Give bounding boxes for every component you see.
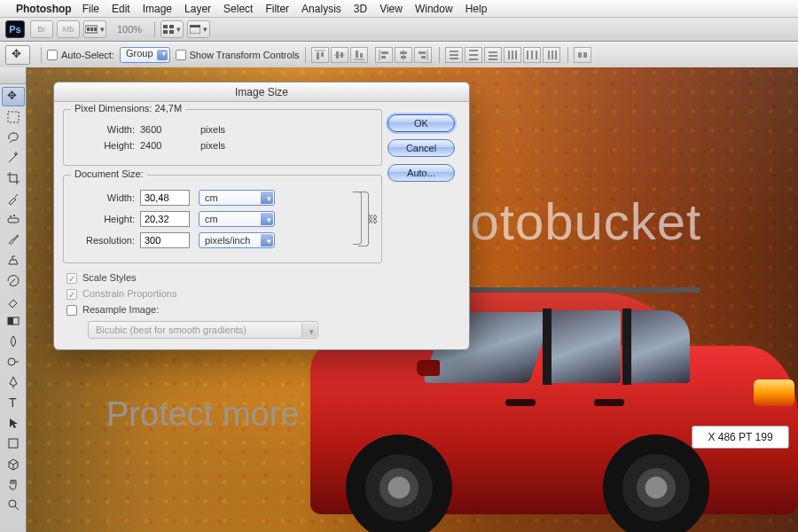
- ds-width-unit-dropdown[interactable]: cm: [199, 190, 275, 206]
- align-top-edges-button[interactable]: [311, 47, 329, 63]
- 3d-tool[interactable]: [2, 454, 25, 473]
- minibridge-button[interactable]: Mb: [57, 20, 80, 38]
- shape-tool[interactable]: [2, 434, 25, 453]
- menu-filter[interactable]: Filter: [265, 3, 289, 15]
- magic-wand-tool[interactable]: [2, 148, 25, 168]
- menu-window[interactable]: Window: [415, 3, 453, 15]
- svg-rect-23: [400, 51, 407, 54]
- svg-rect-1: [87, 27, 90, 31]
- ds-height-input[interactable]: [140, 211, 190, 227]
- menu-analysis[interactable]: Analysis: [301, 3, 341, 15]
- screen-icon: [190, 25, 200, 34]
- auto-align-button[interactable]: [574, 47, 591, 63]
- svg-rect-32: [469, 54, 478, 56]
- history-brush-tool[interactable]: [2, 270, 25, 290]
- distribute-top-button[interactable]: [445, 47, 463, 63]
- ds-height-unit-dropdown[interactable]: cm: [199, 211, 275, 227]
- menu-select[interactable]: Select: [223, 3, 253, 15]
- ps-app-bar: Ps Br Mb 100%: [0, 18, 798, 42]
- resolution-input[interactable]: [140, 232, 190, 248]
- eraser-tool[interactable]: [2, 291, 25, 310]
- resample-image-checkbox[interactable]: [66, 305, 77, 316]
- align-bottom-edges-button[interactable]: [350, 47, 368, 63]
- dodge-tool[interactable]: [2, 352, 25, 372]
- chain-icon: ⛓: [368, 214, 378, 224]
- menu-image[interactable]: Image: [143, 3, 172, 15]
- auto-select-checkbox[interactable]: [47, 50, 58, 60]
- zoom-level[interactable]: 100%: [117, 24, 142, 35]
- svg-rect-6: [163, 30, 168, 34]
- svg-rect-30: [450, 58, 458, 59]
- dialog-title: Image Size: [54, 82, 469, 102]
- menu-help[interactable]: Help: [466, 3, 488, 15]
- distribute-left-button[interactable]: [504, 47, 521, 63]
- svg-rect-33: [469, 59, 478, 60]
- cancel-button[interactable]: Cancel: [387, 139, 455, 157]
- constrain-proportions-label: Constrain Proportions: [82, 288, 176, 299]
- hand-tool[interactable]: [2, 474, 25, 494]
- svg-rect-49: [8, 218, 19, 223]
- svg-rect-31: [469, 50, 478, 51]
- zoom-tool[interactable]: [2, 495, 25, 514]
- mac-menubar: Photoshop File Edit Image Layer Select F…: [0, 0, 798, 18]
- distribute-vcenter-button[interactable]: [465, 47, 482, 63]
- arrange-documents-button[interactable]: [160, 20, 184, 38]
- distribute-bottom-button[interactable]: [484, 47, 502, 63]
- show-transform-label: Show Transform Controls: [190, 50, 300, 60]
- menu-layer[interactable]: Layer: [184, 3, 211, 15]
- type-tool[interactable]: T: [2, 393, 25, 412]
- align-hcenter-button[interactable]: [395, 47, 412, 63]
- menu-3d[interactable]: 3D: [354, 3, 367, 15]
- eyedropper-tool[interactable]: [2, 189, 25, 208]
- menu-view[interactable]: View: [379, 3, 403, 15]
- svg-rect-18: [360, 53, 363, 58]
- view-extras-button[interactable]: [83, 20, 106, 38]
- menu-file[interactable]: File: [82, 3, 99, 15]
- constrain-proportions-option[interactable]: Constrain Proportions: [66, 288, 382, 300]
- align-right-edges-button[interactable]: [414, 47, 432, 63]
- clone-stamp-tool[interactable]: [2, 250, 25, 270]
- move-tool[interactable]: [2, 87, 25, 106]
- marquee-tool[interactable]: [2, 107, 25, 127]
- svg-rect-35: [489, 55, 497, 57]
- pen-tool[interactable]: [2, 372, 25, 392]
- resolution-unit-dropdown[interactable]: pixels/inch: [199, 232, 275, 248]
- pixel-dimensions-group: Pixel Dimensions: 24,7M Width: 3600 pixe…: [63, 109, 382, 166]
- svg-rect-43: [548, 51, 550, 59]
- svg-rect-42: [536, 51, 537, 59]
- svg-rect-39: [515, 51, 517, 59]
- distribute-right-button[interactable]: [543, 47, 560, 63]
- svg-rect-17: [356, 51, 358, 58]
- gradient-tool[interactable]: [2, 311, 25, 331]
- show-transform-checkbox[interactable]: [176, 50, 186, 60]
- launch-bridge-button[interactable]: Br: [30, 20, 53, 38]
- blur-tool[interactable]: [2, 332, 25, 351]
- ok-button[interactable]: OK: [387, 114, 455, 132]
- crop-tool[interactable]: [2, 168, 25, 188]
- svg-point-58: [9, 500, 16, 507]
- screen-mode-button[interactable]: [187, 20, 210, 38]
- healing-brush-tool[interactable]: [2, 209, 25, 229]
- app-name[interactable]: Photoshop: [16, 3, 72, 15]
- auto-button[interactable]: Auto...: [387, 164, 455, 182]
- current-tool-indicator[interactable]: [5, 45, 30, 65]
- svg-rect-34: [489, 51, 497, 53]
- path-selection-tool[interactable]: [2, 413, 25, 433]
- lasso-tool[interactable]: [2, 128, 25, 147]
- scale-styles-option[interactable]: Scale Styles: [66, 272, 382, 284]
- constrain-proportions-checkbox[interactable]: [66, 289, 77, 300]
- auto-select-mode-dropdown[interactable]: Group: [120, 47, 170, 63]
- resample-image-option[interactable]: Resample Image:: [66, 304, 382, 316]
- separator: [41, 47, 42, 63]
- pd-width-label: Width:: [73, 124, 135, 135]
- document-size-label: Document Size:: [71, 168, 147, 179]
- distribute-hcenter-button[interactable]: [523, 47, 541, 63]
- align-left-edges-button[interactable]: [375, 47, 393, 63]
- menu-edit[interactable]: Edit: [112, 3, 130, 15]
- svg-rect-44: [552, 51, 553, 59]
- ds-width-input[interactable]: [140, 190, 190, 206]
- separator: [305, 47, 306, 63]
- align-vcenter-button[interactable]: [331, 47, 348, 63]
- scale-styles-checkbox[interactable]: [66, 273, 77, 284]
- brush-tool[interactable]: [2, 230, 25, 249]
